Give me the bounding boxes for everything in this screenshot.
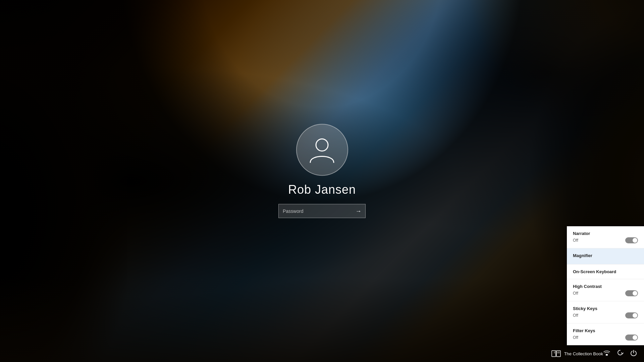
network-icon[interactable]: [603, 350, 610, 358]
avatar: [296, 124, 348, 176]
filter-keys-item[interactable]: Filter Keys Off: [567, 323, 644, 345]
filter-keys-toggle[interactable]: [625, 335, 638, 341]
magnifier-item[interactable]: Magnifier: [567, 248, 644, 264]
high-contrast-item[interactable]: High Contrast Off: [567, 279, 644, 301]
collection-book-area: The Collection Book: [551, 350, 603, 357]
magnifier-label: Magnifier: [573, 253, 638, 258]
username-label: Rob Jansen: [288, 183, 356, 197]
sticky-keys-item[interactable]: Sticky Keys Off: [567, 301, 644, 323]
sticky-keys-toggle[interactable]: [625, 312, 638, 318]
collection-book-label: The Collection Book: [564, 351, 603, 356]
password-input[interactable]: [278, 204, 352, 218]
high-contrast-label: High Contrast: [573, 284, 638, 289]
svg-rect-1: [552, 351, 556, 357]
on-screen-keyboard-item[interactable]: On-Screen Keyboard: [567, 264, 644, 279]
filter-keys-label: Filter Keys: [573, 328, 638, 333]
arrow-icon: →: [356, 207, 362, 215]
bottom-bar: The Collection Book: [0, 345, 644, 362]
submit-button[interactable]: →: [352, 204, 366, 218]
power-icon[interactable]: [630, 349, 637, 358]
filter-keys-status-row: Off: [573, 335, 638, 341]
on-screen-keyboard-label: On-Screen Keyboard: [573, 269, 638, 274]
rotate-icon[interactable]: [616, 349, 624, 358]
sticky-keys-status: Off: [573, 313, 578, 318]
login-panel: Rob Jansen →: [278, 124, 366, 218]
narrator-status-row: Off: [573, 237, 638, 243]
sticky-keys-label: Sticky Keys: [573, 306, 638, 311]
svg-rect-7: [606, 354, 608, 356]
sticky-keys-status-row: Off: [573, 312, 638, 318]
narrator-label: Narrator: [573, 231, 638, 236]
high-contrast-status-row: Off: [573, 290, 638, 296]
high-contrast-toggle[interactable]: [625, 290, 638, 296]
high-contrast-status: Off: [573, 291, 578, 296]
svg-point-0: [316, 139, 328, 151]
svg-rect-2: [556, 351, 560, 357]
password-row: →: [278, 204, 366, 218]
filter-keys-status: Off: [573, 335, 578, 340]
collection-book-icon[interactable]: [551, 350, 561, 357]
narrator-toggle[interactable]: [625, 237, 638, 243]
narrator-item[interactable]: Narrator Off: [567, 226, 644, 248]
bottom-right-icons: [603, 349, 637, 358]
accessibility-panel: Narrator Off Magnifier On-Screen Keyboar…: [567, 226, 644, 345]
avatar-icon: [307, 135, 337, 165]
narrator-status: Off: [573, 238, 578, 243]
